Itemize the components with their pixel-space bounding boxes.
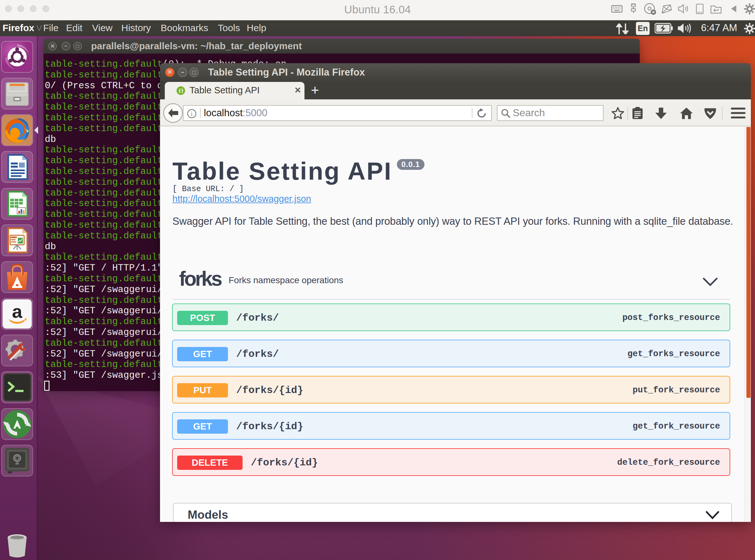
- svg-text:i: i: [191, 111, 193, 117]
- svg-text:a: a: [12, 301, 22, 322]
